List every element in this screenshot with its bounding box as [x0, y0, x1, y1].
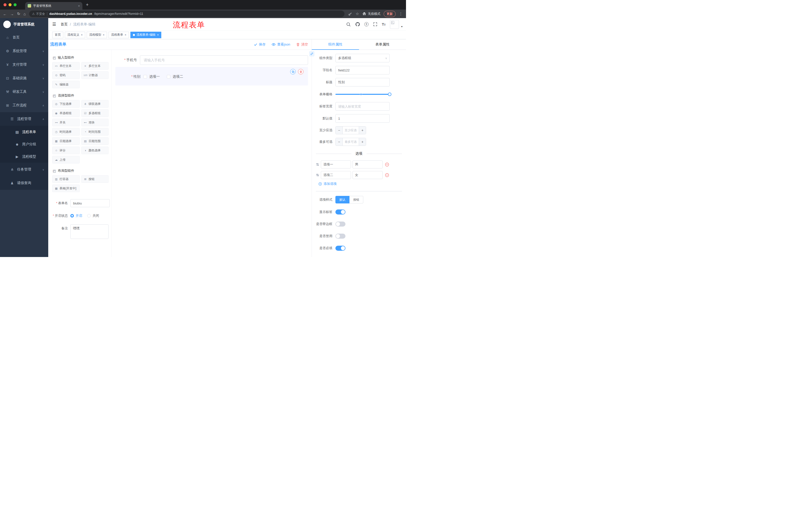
slider-handle[interactable] [388, 92, 392, 96]
comp-upload[interactable]: ☁上传 [52, 156, 80, 163]
form-remark-textarea[interactable]: 嘿嘿 [70, 224, 109, 239]
style-button-button[interactable]: 按钮 [349, 196, 363, 204]
gender-option1-checkbox[interactable]: 选项一 [143, 75, 160, 79]
close-icon[interactable]: × [103, 33, 105, 37]
avatar-caret-icon[interactable]: ▾ [401, 25, 403, 28]
window-minimize-button[interactable] [8, 3, 11, 6]
breadcrumb-home[interactable]: 首页 [61, 22, 67, 27]
designer-canvas[interactable]: *手机号 [112, 50, 312, 257]
comp-table[interactable]: ▩表格[开发中] [52, 185, 80, 192]
sidebar-item-workflow[interactable]: ⊞ 工作流程 ∧ [0, 99, 48, 112]
comp-time-range[interactable]: ◔时间范围 [81, 128, 109, 136]
sidebar-item-payment-mgmt[interactable]: ¥ 支付管理 ∨ [0, 58, 48, 72]
window-close-button[interactable] [3, 3, 6, 6]
link-icon[interactable] [309, 51, 314, 56]
view-json-button[interactable]: 查看json [271, 42, 290, 47]
home-icon[interactable]: ⌂ [24, 12, 26, 16]
clear-button[interactable]: 清空 [296, 42, 308, 47]
comp-color-picker[interactable]: ◑颜色选择 [81, 146, 109, 154]
comp-button[interactable]: ⊞按钮 [81, 175, 109, 183]
comp-password[interactable]: ⊙密码 [52, 72, 80, 79]
bookmark-star-icon[interactable]: ☆ [356, 11, 359, 16]
close-icon[interactable]: × [125, 33, 126, 37]
hamburger-icon[interactable]: ☰ [52, 22, 56, 27]
fullscreen-icon[interactable] [373, 22, 378, 27]
comp-row-container[interactable]: ▥行容器 [52, 175, 80, 183]
comp-single-line-text[interactable]: ▭单行文本 [52, 62, 80, 70]
tab-close-icon[interactable]: × [78, 4, 80, 8]
browser-menu-icon[interactable]: ⋮ [399, 11, 403, 16]
field-name-input[interactable] [336, 66, 390, 75]
new-tab-button[interactable]: + [86, 2, 89, 7]
password-key-icon[interactable] [348, 11, 352, 16]
remove-option-icon[interactable] [385, 173, 389, 177]
component-type-select[interactable] [336, 54, 390, 62]
show-label-toggle[interactable] [336, 210, 345, 215]
close-icon[interactable]: × [81, 33, 83, 37]
close-icon[interactable]: × [157, 33, 159, 37]
add-option-button[interactable]: 添加选项 [318, 182, 402, 186]
remove-option-icon[interactable] [385, 162, 389, 167]
status-off-radio[interactable]: 关闭 [87, 214, 99, 218]
help-icon[interactable]: ? [364, 22, 369, 26]
label-width-input[interactable] [336, 102, 390, 111]
back-icon[interactable]: ← [3, 12, 7, 16]
tab-component-props[interactable]: 组件属性 [312, 39, 359, 50]
sidebar-item-process-form[interactable]: ▤ 流程表单 [0, 126, 48, 138]
window-zoom-button[interactable] [13, 3, 17, 6]
window-controls[interactable] [3, 3, 17, 6]
comp-switch[interactable]: ⊶开关 [52, 119, 80, 126]
save-button[interactable]: 保存 [254, 42, 266, 47]
option2-value-input[interactable] [352, 171, 383, 179]
tag-home[interactable]: 首页 [52, 32, 63, 38]
tag-process-model[interactable]: 流程模型 × [87, 32, 107, 38]
sidebar-item-infrastructure[interactable]: ⊡ 基础设施 ∨ [0, 72, 48, 85]
forward-icon[interactable]: → [10, 12, 14, 16]
comp-multi-line-text[interactable]: ≡多行文本 [81, 62, 109, 70]
required-toggle[interactable] [336, 246, 345, 251]
tag-process-form[interactable]: 流程表单 × [109, 32, 129, 38]
user-avatar[interactable] [390, 20, 399, 29]
comp-counter[interactable]: 123计数器 [81, 72, 109, 79]
address-bar[interactable]: ⚠ 不安全 dashboard.yudao.iocoder.cn /bpm/ma… [29, 10, 344, 17]
copy-field-button[interactable] [290, 69, 296, 75]
title-input[interactable] [336, 78, 390, 86]
border-toggle[interactable] [336, 221, 345, 226]
tag-process-definition[interactable]: 流程定义 × [65, 32, 85, 38]
comp-editor[interactable]: ✎编辑器 [52, 81, 80, 88]
tag-process-form-edit[interactable]: 流程表单-编辑 × [130, 32, 161, 38]
sidebar-item-leave-query[interactable]: ♟ 请假查询 [0, 176, 48, 190]
gender-option2-checkbox[interactable]: 选项二 [167, 75, 183, 79]
sidebar-item-system-mgmt[interactable]: ⚙ 系统管理 ∨ [0, 44, 48, 58]
disabled-toggle[interactable] [336, 234, 345, 239]
comp-checkbox-group[interactable]: ☑多选框组 [81, 109, 109, 117]
canvas-field-gender-selected[interactable]: *性别 选项一 选项二 [115, 67, 308, 85]
canvas-field-phone[interactable]: *手机号 [115, 55, 308, 65]
sidebar-item-process-mgmt[interactable]: ☰ 流程管理 ∧ [0, 112, 48, 126]
style-default-button[interactable]: 默认 [336, 196, 349, 204]
github-icon[interactable] [355, 22, 360, 27]
comp-select[interactable]: ◎下拉选择 [52, 100, 80, 108]
comp-rate[interactable]: ☆评分 [52, 146, 80, 154]
sidebar-item-task-mgmt[interactable]: ⋔ 任务管理 ∨ [0, 163, 48, 176]
comp-date-picker[interactable]: ▦日期选择 [52, 137, 80, 145]
reload-icon[interactable]: ↻ [17, 11, 20, 16]
sidebar-item-process-model[interactable]: ▶ 流程模型 [0, 151, 48, 163]
sidebar-logo[interactable]: 芋道管理系统 [0, 18, 48, 31]
browser-update-button[interactable]: 更新 [384, 11, 396, 17]
increase-button[interactable]: + [359, 127, 366, 134]
delete-field-button[interactable] [298, 69, 303, 75]
search-icon[interactable] [346, 22, 351, 27]
comp-radio-group[interactable]: ◉单选框组 [52, 109, 80, 117]
comp-cascader[interactable]: ⋔级联选择 [81, 100, 109, 108]
increase-button[interactable]: + [359, 138, 366, 145]
sidebar-item-dev-tools[interactable]: ⚒ 研发工具 ∨ [0, 85, 48, 99]
drag-handle-icon[interactable] [316, 173, 319, 177]
decrease-button[interactable]: − [336, 138, 343, 145]
font-size-icon[interactable]: TT [382, 22, 386, 26]
option1-label-input[interactable] [321, 160, 351, 168]
grid-slider[interactable] [336, 94, 390, 95]
sidebar-item-user-group[interactable]: ☻ 用户分组 [0, 138, 48, 151]
form-name-input[interactable] [70, 199, 110, 207]
option2-label-input[interactable] [321, 171, 351, 179]
